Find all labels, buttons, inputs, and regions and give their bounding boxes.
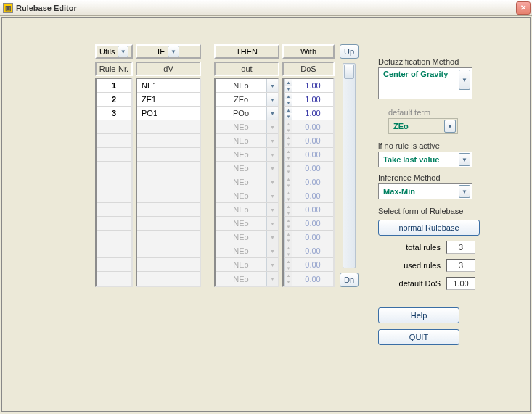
- spin-down-icon: ▼: [285, 168, 292, 175]
- spin-up-icon[interactable]: ▲: [285, 93, 292, 99]
- table-row: NEo▼: [216, 79, 278, 93]
- close-button[interactable]: ✕: [516, 1, 531, 15]
- table-row: ▲▼0.00: [284, 120, 333, 134]
- table-row: ▲▼1.00: [284, 93, 333, 107]
- out-cell: NEo: [216, 203, 266, 216]
- table-row: ▲▼0.00: [284, 162, 333, 175]
- default-dos-label: default DoS: [391, 279, 441, 288]
- chevron-down-icon: ▼: [266, 162, 278, 175]
- chevron-down-icon[interactable]: ▼: [266, 79, 278, 92]
- chevron-down-icon: ▼: [266, 175, 278, 189]
- with-label: With: [300, 47, 316, 56]
- table-row: NEo▼: [216, 120, 278, 134]
- chevron-down-icon: ▼: [266, 258, 278, 271]
- dos-cell[interactable]: 1.00: [292, 107, 333, 120]
- table-row: ▲▼0.00: [284, 134, 333, 148]
- quit-button[interactable]: QUIT: [378, 329, 459, 345]
- dos-cell[interactable]: 1.00: [292, 93, 333, 106]
- spin-down-icon: ▼: [285, 210, 292, 216]
- spin-down-icon: ▼: [285, 141, 292, 147]
- used-rules-label: used rules: [391, 261, 441, 270]
- row-scrollbar[interactable]: [343, 63, 356, 268]
- spin-up-icon[interactable]: ▲: [285, 107, 292, 113]
- chevron-down-icon[interactable]: ▼: [266, 107, 278, 120]
- chevron-down-icon[interactable]: ▼: [266, 93, 278, 106]
- table-row: [97, 120, 131, 134]
- help-button[interactable]: Help: [378, 307, 459, 323]
- total-rules-label: total rules: [391, 243, 441, 252]
- table-row: NEo▼: [216, 203, 278, 217]
- dos-spinner[interactable]: ▲▼: [284, 79, 292, 92]
- if-dropdown[interactable]: IF ▼: [136, 44, 201, 59]
- spin-down-icon: ▼: [285, 196, 292, 202]
- dn-button[interactable]: Dn: [340, 273, 359, 287]
- spin-down-icon[interactable]: ▼: [285, 86, 292, 92]
- spin-up-icon[interactable]: ▲: [285, 79, 292, 86]
- out-cell: NEo: [216, 231, 266, 244]
- table-row: NEo▼: [216, 162, 278, 175]
- dos-spinner: ▲▼: [284, 162, 292, 175]
- dv-cell[interactable]: NE1: [137, 79, 200, 92]
- spin-up-icon: ▲: [285, 148, 292, 154]
- spin-down-icon[interactable]: ▼: [285, 99, 292, 106]
- table-row: ▲▼0.00: [284, 203, 333, 217]
- out-cell: NEo: [216, 244, 266, 257]
- defuzz-select[interactable]: Center of Gravity ▼: [378, 67, 472, 99]
- rule-nr-cell: [97, 258, 131, 271]
- dv-cell: [137, 175, 200, 189]
- rule-nr-cell: [97, 175, 131, 189]
- rule-nr-cell: [97, 217, 131, 230]
- up-button[interactable]: Up: [340, 44, 359, 59]
- dos-cell: 0.00: [292, 148, 333, 161]
- used-rules-row: used rules 3: [378, 259, 516, 272]
- dos-spinner: ▲▼: [284, 231, 292, 244]
- dv-cell: [137, 272, 200, 286]
- if-no-rule-select[interactable]: Take last value ▼: [378, 152, 472, 167]
- table-row: [97, 203, 131, 217]
- dos-spinner[interactable]: ▲▼: [284, 93, 292, 106]
- default-term-select[interactable]: ZEo ▼: [388, 118, 458, 134]
- dos-spinner[interactable]: ▲▼: [284, 107, 292, 120]
- dos-cell: 0.00: [292, 175, 333, 189]
- spin-up-icon: ▲: [285, 231, 292, 237]
- default-dos-value[interactable]: 1.00: [446, 277, 475, 290]
- dv-cell[interactable]: PO1: [137, 107, 200, 120]
- out-cell: NEo: [216, 258, 266, 271]
- normal-rulebase-button[interactable]: normal Rulebase: [378, 220, 480, 236]
- used-rules-value: 3: [446, 259, 475, 272]
- dos-cell[interactable]: 1.00: [292, 79, 333, 92]
- table-row: NEo▼: [216, 189, 278, 203]
- rule-nr-cell: [97, 148, 131, 161]
- out-cell[interactable]: POo: [216, 107, 266, 120]
- col-dv: IF ▼ dV NE1ZE1PO1: [136, 44, 201, 287]
- table-row: NEo▼: [216, 244, 278, 258]
- table-row: PO1: [137, 107, 200, 120]
- main-panel: Utils ▼ Rule-Nr. 123 IF ▼ dV NE1ZE1PO1 T…: [1, 17, 531, 412]
- spin-up-icon: ▲: [285, 244, 292, 251]
- table-row: NEo▼: [216, 231, 278, 244]
- dos-spinner: ▲▼: [284, 120, 292, 133]
- table-row: [97, 272, 131, 286]
- inference-select[interactable]: Max-Min ▼: [378, 183, 472, 199]
- utils-dropdown[interactable]: Utils ▼: [95, 44, 133, 59]
- table-row: NEo▼: [216, 134, 278, 148]
- app-icon: ▣: [3, 3, 13, 13]
- table-row: ▲▼0.00: [284, 258, 333, 272]
- dos-cell: 0.00: [292, 134, 333, 147]
- table-row: ▲▼0.00: [284, 148, 333, 162]
- spin-down-icon[interactable]: ▼: [285, 113, 292, 120]
- then-label: THEN: [236, 47, 258, 56]
- rule-nr-cell: [97, 134, 131, 147]
- spin-up-icon: ▲: [285, 162, 292, 168]
- chevron-down-icon: ▼: [266, 244, 278, 257]
- spin-up-icon: ▲: [285, 258, 292, 265]
- out-cell[interactable]: ZEo: [216, 93, 266, 106]
- scroll-thumb[interactable]: [344, 65, 354, 79]
- spin-up-icon: ▲: [285, 175, 292, 182]
- dos-spinner: ▲▼: [284, 175, 292, 189]
- chevron-down-icon: ▼: [266, 203, 278, 216]
- dv-cell[interactable]: ZE1: [137, 93, 200, 106]
- out-cell[interactable]: NEo: [216, 79, 266, 92]
- select-form-label: Select form of Rulebase: [378, 207, 516, 215]
- table-row: [137, 162, 200, 175]
